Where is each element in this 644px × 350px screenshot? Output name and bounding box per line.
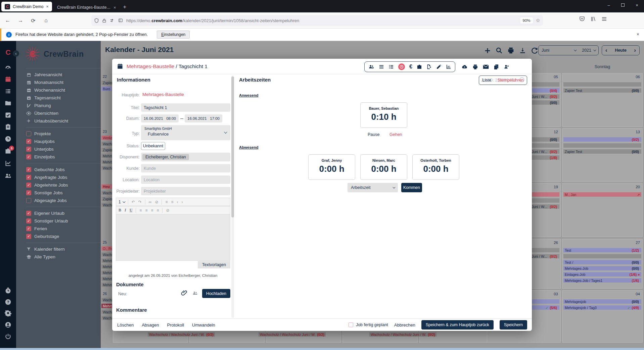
timeclock-card-absent[interactable]: Osterholt, Torben 0:00 h (412, 154, 459, 180)
help-icon[interactable]: ? (5, 299, 11, 305)
sidebar-item-jahresansicht[interactable]: Jahresansicht (16, 71, 101, 79)
tab-close-icon[interactable]: × (46, 4, 49, 9)
cloud-download-icon[interactable] (461, 64, 468, 69)
align-justify-icon[interactable]: ≡ (156, 208, 159, 213)
filter-checkbox-item[interactable]: Abgelehnte Jobs (16, 181, 101, 189)
checkbox[interactable] (26, 198, 31, 203)
search-icon[interactable] (496, 47, 503, 54)
sidebar-item-wochenansicht[interactable]: Wochenansicht (16, 86, 101, 94)
checkbox[interactable] (26, 154, 31, 159)
checkbox[interactable] (26, 147, 31, 152)
timeclock-card-present[interactable]: Bauer, Sebastian 0:10 h (360, 102, 407, 128)
filter-checkbox-item[interactable]: Sonstiger Urlaub (16, 217, 101, 225)
kunde-input[interactable]: Kunde (141, 164, 230, 172)
timeclock-card-absent[interactable]: Niesen, Marc 0:00 h (360, 154, 407, 180)
list-icon[interactable] (5, 88, 11, 95)
users-icon[interactable] (4, 172, 12, 179)
tab-close-icon[interactable]: × (113, 5, 116, 10)
calendar-entry[interactable] (563, 82, 641, 87)
calendar-cell-sun[interactable]: 04 Mehrtagesjob(0/0)Mehrtagesjob / Tag3(… (562, 290, 643, 343)
footer-link[interactable]: Löschen (117, 322, 134, 328)
file-export-icon[interactable] (426, 64, 432, 69)
filter-checkbox-item[interactable]: Hauptjobs (16, 138, 101, 145)
remove-format-icon[interactable]: ⊘ (166, 208, 169, 213)
pause-button[interactable]: Pause (368, 132, 379, 137)
save-return-button[interactable]: Speichern & zum Hauptjob zurück (421, 320, 494, 330)
calendar-entry[interactable]: Mehrtages-Job / Tages1(1/6) (563, 278, 641, 283)
date-end-input[interactable]: 16.06.2021 17:00 (185, 114, 222, 122)
url-text[interactable]: https://demo.crewbrain.com/kalender/2021… (126, 18, 517, 23)
check-square-icon[interactable] (5, 112, 11, 118)
statistics-icon[interactable] (446, 64, 451, 69)
euro-icon[interactable]: € (409, 64, 412, 69)
filter-checkbox-item[interactable]: Eigener Urlaub (16, 209, 101, 217)
bookmark-star-icon[interactable]: ☆ (536, 17, 540, 23)
sidebar-item-urlaubsuebersicht[interactable]: ✈Urlaubsübersicht (16, 117, 101, 125)
checkbox[interactable] (26, 211, 31, 216)
scrollbar-thumb[interactable] (231, 77, 234, 217)
sidebar-collapse-button[interactable]: ‹ (13, 50, 19, 57)
clock-icon[interactable] (5, 136, 11, 142)
menu-hamburger-icon[interactable] (601, 16, 607, 22)
zoom-level-badge[interactable]: 90% (520, 17, 533, 23)
calendar-entry[interactable]: Wachschutz / Wachschutz Juni / W...(0/2) (369, 332, 436, 337)
users-icon[interactable] (368, 64, 374, 69)
tab-eintages-baustelle[interactable]: CrewBrain Eintages-Baustelle - kom × (54, 2, 120, 12)
reader-icon[interactable] (118, 18, 123, 23)
calendar-entry[interactable]: M., Jan (563, 192, 641, 197)
filter-checkbox-item[interactable]: Geburtstage (16, 233, 101, 240)
filter-checkbox-item[interactable]: Unterjobs (16, 145, 101, 153)
calendar-cell-sun[interactable]: 13 (0/2)Zapier Test(0/0) (562, 128, 643, 182)
refresh-icon[interactable] (531, 47, 538, 54)
tab-liste[interactable]: Liste (482, 78, 491, 83)
ordered-list-icon[interactable]: ≡ (165, 200, 168, 204)
pocket-icon[interactable] (579, 16, 585, 22)
filter-checkbox-item[interactable]: Projekte (16, 130, 101, 138)
textvorlagen-button[interactable]: Textvorlagen (198, 261, 230, 268)
sidebar-item-alle-typen[interactable]: Alle Typen (16, 253, 101, 261)
calendar-entry[interactable]: Mehrtagesjob / Tag3(4/9) (563, 305, 641, 310)
calendar-entry[interactable]: Wachschutz / Wachschutz Juni / W...(0/2) (148, 332, 215, 337)
print-icon[interactable] (472, 64, 478, 70)
footer-link[interactable]: Absagen (142, 322, 159, 328)
checkbox[interactable] (26, 183, 31, 188)
filter-checkbox-item[interactable]: Abgesagte Jobs (16, 197, 101, 204)
notification-settings-button[interactable]: Einstellungen (157, 31, 190, 39)
undo-icon[interactable]: ↶ (132, 200, 135, 204)
checkbox[interactable] (26, 218, 31, 223)
checkbox[interactable] (26, 234, 31, 239)
url-bar[interactable]: https://demo.crewbrain.com/kalender/2021… (91, 15, 543, 26)
reload-button[interactable]: ⟳ (29, 16, 38, 25)
arbeitszeit-select[interactable]: Arbeitszeit (348, 183, 398, 192)
tab-stempeluhren[interactable]: Stempeluhren (498, 78, 524, 83)
power-icon[interactable] (5, 333, 11, 340)
home-button[interactable]: ⌂ (42, 16, 50, 25)
link-icon[interactable]: ∞ (149, 200, 152, 204)
sidebar-item-planung[interactable]: Planung (16, 102, 101, 109)
save-button[interactable]: Speichern (500, 320, 527, 330)
calendar-entry[interactable]: Test /(0/0) (563, 260, 641, 264)
chart-icon[interactable] (5, 160, 11, 167)
breadcrumb-parent-link[interactable]: Mehrtages-Baustelle (127, 63, 174, 69)
calendar-icon[interactable] (5, 76, 11, 83)
calendar-cell-sun[interactable]: 20 M., Jan (562, 183, 643, 237)
bold-button[interactable]: B (119, 208, 121, 213)
back-button[interactable]: ← (3, 16, 12, 25)
email-icon[interactable] (483, 64, 489, 69)
year-select[interactable]: 2021 (582, 48, 591, 53)
sidebar-item-tagesansicht[interactable]: Tagesansicht (16, 94, 101, 102)
disponent-chip[interactable]: Eichelberger, Christian (142, 154, 189, 160)
calendar-entry[interactable] (563, 143, 641, 148)
checkbox[interactable] (349, 322, 353, 327)
projektleiter-input[interactable]: Projektleiter (141, 187, 230, 195)
calendar-cell-sun[interactable]: 27 Test(1/2)Test /(0/0)Mehrtages-Job(0/0… (562, 239, 643, 289)
add-event-icon[interactable] (484, 47, 491, 54)
download-icon[interactable] (519, 47, 526, 54)
italic-button[interactable]: I (125, 208, 126, 213)
notification-close-icon[interactable]: × (637, 32, 639, 37)
indent-icon[interactable]: › (181, 200, 183, 204)
footer-link[interactable]: Protokoll (167, 322, 184, 328)
stempeluhr-icon-active[interactable] (398, 63, 405, 70)
month-select[interactable]: Juni (542, 48, 572, 53)
calendar-entry[interactable]: Eintages-Job(1/6) (563, 272, 641, 277)
